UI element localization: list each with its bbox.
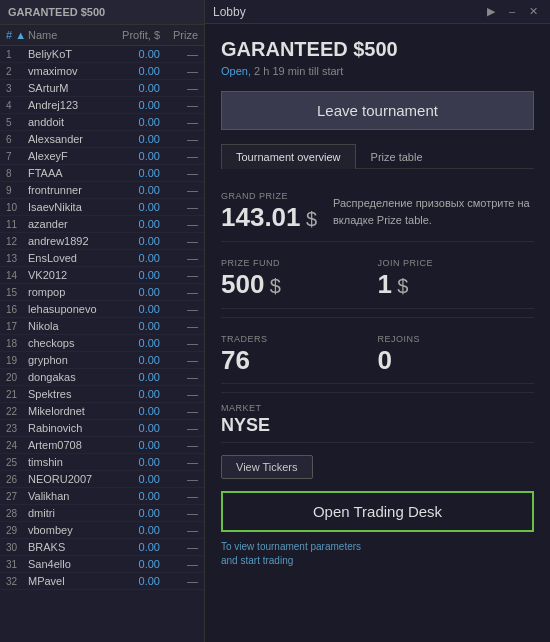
table-row[interactable]: 22 Mikelordnet 0.00 — <box>0 403 204 420</box>
table-row[interactable]: 29 vbombey 0.00 — <box>0 522 204 539</box>
table-row[interactable]: 16 lehasuponevo 0.00 — <box>0 301 204 318</box>
table-row[interactable]: 10 IsaevNikita 0.00 — <box>0 199 204 216</box>
tab-prize-table[interactable]: Prize table <box>356 144 438 169</box>
open-trading-desk-button[interactable]: Open Trading Desk <box>221 491 534 532</box>
view-tickers-button[interactable]: View Tickers <box>221 455 313 479</box>
player-rank: 3 <box>6 83 28 94</box>
table-row[interactable]: 7 AlexeyF 0.00 — <box>0 148 204 165</box>
table-row[interactable]: 26 NEORU2007 0.00 — <box>0 471 204 488</box>
table-row[interactable]: 5 anddoit 0.00 — <box>0 114 204 131</box>
table-header: # ▲ Name Profit, $ Prize <box>0 25 204 46</box>
player-rank: 17 <box>6 321 28 332</box>
player-name: Rabinovich <box>28 422 108 434</box>
player-rank: 29 <box>6 525 28 536</box>
table-row[interactable]: 12 andrew1892 0.00 — <box>0 233 204 250</box>
player-profit: 0.00 <box>108 286 160 298</box>
player-rank: 10 <box>6 202 28 213</box>
table-row[interactable]: 21 Spektres 0.00 — <box>0 386 204 403</box>
leave-tournament-button[interactable]: Leave tournament <box>221 91 534 130</box>
table-row[interactable]: 18 checkops 0.00 — <box>0 335 204 352</box>
player-profit: 0.00 <box>108 507 160 519</box>
left-panel: GARANTEED $500 # ▲ Name Profit, $ Prize … <box>0 0 205 642</box>
player-name: Andrej123 <box>28 99 108 111</box>
market-label: MARKET <box>221 403 534 413</box>
join-price-value: 1 <box>378 269 392 299</box>
prize-fund-block: PRIZE FUND 500 $ <box>221 250 378 309</box>
player-rank: 31 <box>6 559 28 570</box>
table-row[interactable]: 17 Nikola 0.00 — <box>0 318 204 335</box>
player-profit: 0.00 <box>108 133 160 145</box>
player-prize: — <box>160 303 198 315</box>
player-profit: 0.00 <box>108 524 160 536</box>
table-row[interactable]: 24 Artem0708 0.00 — <box>0 437 204 454</box>
table-row[interactable]: 27 Valikhan 0.00 — <box>0 488 204 505</box>
player-rank: 6 <box>6 134 28 145</box>
table-row[interactable]: 11 azander 0.00 — <box>0 216 204 233</box>
player-rank: 9 <box>6 185 28 196</box>
player-rank: 7 <box>6 151 28 162</box>
arrow-button[interactable]: ▶ <box>483 4 499 19</box>
table-row[interactable]: 2 vmaximov 0.00 — <box>0 63 204 80</box>
table-row[interactable]: 25 timshin 0.00 — <box>0 454 204 471</box>
table-row[interactable]: 31 San4ello 0.00 — <box>0 556 204 573</box>
player-rank: 32 <box>6 576 28 587</box>
table-row[interactable]: 14 VK2012 0.00 — <box>0 267 204 284</box>
table-row[interactable]: 6 Alexsander 0.00 — <box>0 131 204 148</box>
table-row[interactable]: 15 rompop 0.00 — <box>0 284 204 301</box>
player-name: Spektres <box>28 388 108 400</box>
join-price-value-row: 1 $ <box>378 271 531 298</box>
player-prize: — <box>160 82 198 94</box>
table-row[interactable]: 8 FTAAA 0.00 — <box>0 165 204 182</box>
player-prize: — <box>160 388 198 400</box>
table-row[interactable]: 4 Andrej123 0.00 — <box>0 97 204 114</box>
player-name: VK2012 <box>28 269 108 281</box>
player-name: NEORU2007 <box>28 473 108 485</box>
table-row[interactable]: 19 gryphon 0.00 — <box>0 352 204 369</box>
player-profit: 0.00 <box>108 490 160 502</box>
col-prize-header: Prize <box>160 29 198 41</box>
hash-icon: # <box>6 29 12 41</box>
table-row[interactable]: 1 BeliyKoT 0.00 — <box>0 46 204 63</box>
table-row[interactable]: 32 MPavel 0.00 — <box>0 573 204 590</box>
table-row[interactable]: 20 dongakas 0.00 — <box>0 369 204 386</box>
rank-arrow: ▲ <box>15 29 26 41</box>
player-name: Valikhan <box>28 490 108 502</box>
grand-prize-left: GRAND PRIZE 143.01 $ <box>221 191 317 231</box>
table-row[interactable]: 13 EnsLoved 0.00 — <box>0 250 204 267</box>
table-row[interactable]: 9 frontrunner 0.00 — <box>0 182 204 199</box>
tournament-title: GARANTEED $500 <box>221 38 534 61</box>
table-row[interactable]: 30 BRAKS 0.00 — <box>0 539 204 556</box>
player-name: MPavel <box>28 575 108 587</box>
lobby-title: Lobby <box>213 5 246 19</box>
player-name: dmitri <box>28 507 108 519</box>
player-prize: — <box>160 422 198 434</box>
player-rank: 15 <box>6 287 28 298</box>
minimize-button[interactable]: – <box>505 4 519 19</box>
player-name: andrew1892 <box>28 235 108 247</box>
player-profit: 0.00 <box>108 99 160 111</box>
lobby-titlebar: Lobby ▶ – ✕ <box>205 0 550 24</box>
table-row[interactable]: 28 dmitri 0.00 — <box>0 505 204 522</box>
traders-rejoins-row: TRADERS 76 REJOINS 0 <box>221 318 534 393</box>
player-profit: 0.00 <box>108 456 160 468</box>
table-row[interactable]: 23 Rabinovich 0.00 — <box>0 420 204 437</box>
player-list[interactable]: 1 BeliyKoT 0.00 — 2 vmaximov 0.00 — 3 SA… <box>0 46 204 642</box>
player-rank: 4 <box>6 100 28 111</box>
player-name: AlexeyF <box>28 150 108 162</box>
player-rank: 8 <box>6 168 28 179</box>
player-profit: 0.00 <box>108 473 160 485</box>
player-rank: 26 <box>6 474 28 485</box>
player-profit: 0.00 <box>108 575 160 587</box>
player-name: BeliyKoT <box>28 48 108 60</box>
table-row[interactable]: 3 SArturM 0.00 — <box>0 80 204 97</box>
player-name: BRAKS <box>28 541 108 553</box>
player-name: dongakas <box>28 371 108 383</box>
grand-prize-currency: $ <box>306 208 317 230</box>
player-name: vmaximov <box>28 65 108 77</box>
close-button[interactable]: ✕ <box>525 4 542 19</box>
player-prize: — <box>160 150 198 162</box>
tab-tournament-overview[interactable]: Tournament overview <box>221 144 356 169</box>
player-prize: — <box>160 456 198 468</box>
player-profit: 0.00 <box>108 558 160 570</box>
player-profit: 0.00 <box>108 167 160 179</box>
